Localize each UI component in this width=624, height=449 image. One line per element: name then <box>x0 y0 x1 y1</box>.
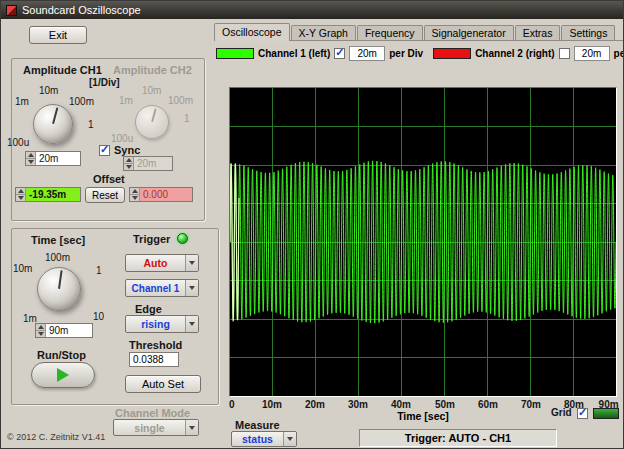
tab-extras[interactable]: Extras <box>515 25 561 40</box>
spinner-arrows-icon[interactable] <box>36 324 46 337</box>
ch2-offset-value: 0.000 <box>140 188 192 201</box>
app-icon <box>6 5 17 16</box>
time-value-spinner[interactable]: 90m <box>35 323 93 338</box>
x-axis-title: Time [sec] <box>397 410 449 422</box>
ch1-per-div-label: per Div <box>389 48 423 59</box>
knob-tick-label: 1m <box>119 95 133 106</box>
knob-tick-label: 100m <box>69 96 94 107</box>
tab-label: Oscilloscope <box>222 26 282 38</box>
run-stop-label: Run/Stop <box>37 349 86 361</box>
spinner-arrows-icon <box>130 188 140 201</box>
chevron-down-icon[interactable] <box>185 316 198 332</box>
tab-oscilloscope[interactable]: Oscilloscope <box>214 23 290 41</box>
trigger-source-select[interactable]: Channel 1 <box>125 279 199 297</box>
trigger-mode-select[interactable]: Auto <box>125 254 199 272</box>
tab-label: Signalgenerator <box>432 27 506 39</box>
time-label: Time [sec] <box>31 234 85 246</box>
trigger-edge-select[interactable]: rising <box>125 315 199 333</box>
ch2-offset-field: 0.000 <box>129 187 193 202</box>
ch1-color-swatch <box>216 48 254 59</box>
tab-strip: Oscilloscope X-Y Graph Frequency Signalg… <box>214 23 624 41</box>
offset-reset-button[interactable]: Reset <box>85 187 125 203</box>
trigger-label: Trigger <box>133 233 170 245</box>
knob-tick-label: 1m <box>15 96 29 107</box>
play-icon <box>57 368 69 382</box>
time-knob[interactable] <box>37 267 81 311</box>
time-value: 90m <box>46 324 92 337</box>
chevron-down-icon[interactable] <box>185 255 198 271</box>
knob-pointer-icon <box>52 107 58 124</box>
oscilloscope-display <box>229 87 617 397</box>
channel-mode-value: single <box>114 420 185 435</box>
knob-pointer-icon <box>151 108 157 122</box>
ch1-scale-field[interactable]: 20m <box>349 46 385 61</box>
tab-label: Frequency <box>365 27 415 39</box>
ch1-visible-checkbox[interactable] <box>334 48 345 59</box>
ch2-color-swatch <box>433 48 471 59</box>
tab-label: Settings <box>569 27 607 39</box>
offset-label: Offset <box>93 173 125 185</box>
spinner-arrows-icon[interactable] <box>16 188 26 201</box>
trigger-mode-value: Auto <box>126 255 185 271</box>
chevron-down-icon <box>185 420 198 435</box>
ch2-legend-label: Channel 2 (right) <box>475 48 554 59</box>
ch1-legend-label: Channel 1 (left) <box>258 48 330 59</box>
x-tick: 70m <box>521 399 541 410</box>
x-tick: 60m <box>478 399 498 410</box>
tab-label: Extras <box>523 27 553 39</box>
amplitude-ch2-knob <box>135 105 169 139</box>
spinner-arrows-icon <box>124 157 134 170</box>
ch1-offset-field[interactable]: -19.35m <box>15 187 81 202</box>
measure-value: status <box>232 432 283 446</box>
knob-tick-label: 10m <box>13 263 32 274</box>
spinner-arrows-icon[interactable] <box>26 152 36 165</box>
knob-tick-label: 100m <box>168 95 193 106</box>
knob-tick-label: 10 <box>93 311 104 322</box>
amplitude-unit-label: [1/Div] <box>89 77 120 88</box>
titlebar: Soundcard Oszilloscope <box>1 1 623 19</box>
run-stop-button[interactable] <box>31 362 95 388</box>
amplitude-ch1-label: Amplitude CH1 <box>23 64 102 76</box>
measure-select[interactable]: status <box>231 431 297 447</box>
window-title: Soundcard Oszilloscope <box>22 4 141 16</box>
auto-set-button[interactable]: Auto Set <box>125 375 201 393</box>
chevron-down-icon[interactable] <box>283 432 296 446</box>
tab-label: X-Y Graph <box>299 27 348 39</box>
ch2-scale-field[interactable]: 20m <box>574 46 610 61</box>
x-tick: 50m <box>435 399 455 410</box>
trigger-source-value: Channel 1 <box>126 280 185 296</box>
x-tick: 20m <box>305 399 325 410</box>
grid-label: Grid <box>551 407 572 418</box>
tab-frequency[interactable]: Frequency <box>357 25 423 40</box>
tab-settings[interactable]: Settings <box>561 25 615 40</box>
x-tick: 10m <box>262 399 282 410</box>
grid-checkbox[interactable] <box>577 408 588 419</box>
amplitude-ch1-value: 20m <box>36 152 80 165</box>
threshold-input[interactable]: 0.0388 <box>129 352 179 367</box>
trigger-status-box: Trigger: AUTO - CH1 <box>359 429 557 447</box>
chevron-down-icon[interactable] <box>185 280 198 296</box>
amplitude-ch2-label: Amplitude CH2 <box>113 64 192 76</box>
knob-tick-label: 10m <box>142 85 161 96</box>
channel-mode-label: Channel Mode <box>115 407 190 419</box>
app-window: Soundcard Oszilloscope Exit Amplitude CH… <box>0 0 624 449</box>
tab-signalgenerator[interactable]: Signalgenerator <box>424 25 514 40</box>
tab-xy-graph[interactable]: X-Y Graph <box>291 25 356 40</box>
sync-checkbox[interactable] <box>99 145 110 156</box>
amplitude-ch1-knob[interactable] <box>33 104 73 144</box>
amplitude-ch2-value: 20m <box>134 157 172 170</box>
knob-tick-label: 10m <box>39 85 58 96</box>
ch2-visible-checkbox[interactable] <box>559 48 570 59</box>
waveform-plot <box>230 88 616 396</box>
knob-tick-label: 100u <box>111 133 133 144</box>
exit-button[interactable]: Exit <box>29 26 87 44</box>
sync-label: Sync <box>114 144 140 156</box>
amplitude-ch1-value-spinner[interactable]: 20m <box>25 151 81 166</box>
copyright-text: © 2012 C. Zeitnitz V1.41 <box>7 432 105 442</box>
amplitude-ch2-value-spinner: 20m <box>123 156 173 171</box>
ch1-offset-value: -19.35m <box>26 188 80 201</box>
knob-tick-label: 100u <box>7 137 29 148</box>
ch2-per-div-label: per Div <box>614 48 624 59</box>
knob-tick-label: 1 <box>96 265 102 276</box>
grid-color-swatch[interactable] <box>593 408 619 419</box>
